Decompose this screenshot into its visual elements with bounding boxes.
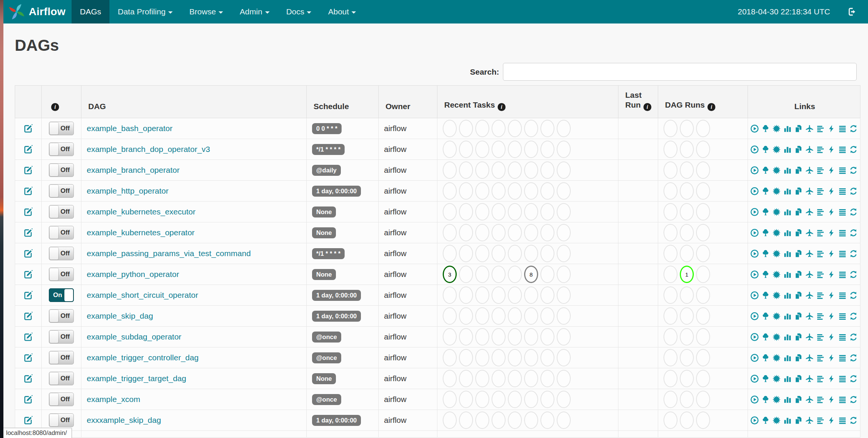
graph-view-icon[interactable] — [772, 228, 781, 237]
schedule-badge[interactable]: @once — [312, 332, 341, 343]
landing-times-icon[interactable] — [805, 166, 814, 175]
schedule-badge[interactable]: None — [312, 373, 336, 384]
task-duration-icon[interactable] — [783, 395, 792, 404]
gantt-icon[interactable] — [816, 333, 825, 341]
trigger-dag-icon[interactable] — [750, 395, 759, 404]
nav-item-docs[interactable]: Docs — [278, 0, 320, 23]
trigger-dag-icon[interactable] — [750, 354, 759, 362]
trigger-dag-icon[interactable] — [750, 249, 759, 258]
dag-pause-toggle[interactable]: Off — [49, 163, 74, 177]
graph-view-icon[interactable] — [772, 249, 781, 258]
refresh-icon[interactable] — [849, 374, 858, 383]
brand[interactable]: Airflow — [3, 0, 72, 23]
landing-times-icon[interactable] — [805, 249, 814, 258]
refresh-icon[interactable] — [849, 228, 858, 237]
trigger-dag-icon[interactable] — [750, 416, 759, 425]
gantt-icon[interactable] — [816, 374, 825, 383]
dag-link[interactable]: example_passing_params_via_test_command — [87, 249, 251, 258]
task-state-circle[interactable]: 3 — [443, 266, 457, 283]
nav-item-admin[interactable]: Admin — [231, 0, 278, 23]
dag-pause-toggle[interactable]: Off — [49, 372, 74, 385]
landing-times-icon[interactable] — [805, 354, 814, 362]
gantt-icon[interactable] — [816, 124, 825, 133]
landing-times-icon[interactable] — [805, 187, 814, 196]
dag-link[interactable]: example_http_operator — [87, 186, 169, 195]
refresh-icon[interactable] — [849, 187, 858, 196]
code-icon[interactable] — [827, 291, 836, 300]
task-tries-icon[interactable] — [794, 187, 803, 196]
code-icon[interactable] — [827, 228, 836, 237]
logs-icon[interactable] — [838, 249, 847, 258]
nav-item-browse[interactable]: Browse — [181, 0, 231, 23]
tree-view-icon[interactable] — [761, 395, 770, 404]
refresh-icon[interactable] — [849, 312, 858, 321]
code-icon[interactable] — [827, 395, 836, 404]
edit-dag-icon[interactable] — [23, 269, 33, 278]
logs-icon[interactable] — [838, 374, 847, 383]
task-duration-icon[interactable] — [783, 249, 792, 258]
task-duration-icon[interactable] — [783, 374, 792, 383]
dag-pause-toggle[interactable]: Off — [49, 247, 74, 260]
landing-times-icon[interactable] — [805, 124, 814, 133]
schedule-badge[interactable]: 1 day, 0:00:00 — [312, 186, 361, 197]
dag-pause-toggle[interactable]: Off — [49, 413, 74, 427]
edit-dag-icon[interactable] — [23, 415, 33, 424]
refresh-icon[interactable] — [849, 249, 858, 258]
schedule-badge[interactable]: 1 day, 0:00:00 — [312, 311, 361, 322]
refresh-icon[interactable] — [849, 270, 858, 279]
code-icon[interactable] — [827, 124, 836, 133]
code-icon[interactable] — [827, 416, 836, 425]
schedule-badge[interactable]: None — [312, 269, 336, 280]
edit-dag-icon[interactable] — [23, 374, 33, 382]
logs-icon[interactable] — [838, 270, 847, 279]
refresh-icon[interactable] — [849, 208, 858, 216]
task-tries-icon[interactable] — [794, 208, 803, 216]
refresh-icon[interactable] — [849, 354, 858, 362]
graph-view-icon[interactable] — [772, 124, 781, 133]
trigger-dag-icon[interactable] — [750, 374, 759, 383]
task-duration-icon[interactable] — [783, 312, 792, 321]
dag-pause-toggle[interactable]: Off — [49, 226, 74, 239]
tree-view-icon[interactable] — [761, 291, 770, 300]
graph-view-icon[interactable] — [772, 312, 781, 321]
edit-dag-icon[interactable] — [23, 249, 33, 257]
task-tries-icon[interactable] — [794, 333, 803, 341]
logs-icon[interactable] — [838, 416, 847, 425]
graph-view-icon[interactable] — [772, 395, 781, 404]
logs-icon[interactable] — [838, 312, 847, 321]
tree-view-icon[interactable] — [761, 416, 770, 425]
dag-link[interactable]: example_subdag_operator — [87, 332, 181, 341]
refresh-icon[interactable] — [849, 166, 858, 175]
trigger-dag-icon[interactable] — [750, 228, 759, 237]
code-icon[interactable] — [827, 333, 836, 341]
task-tries-icon[interactable] — [794, 124, 803, 133]
dag-link[interactable]: example_skip_dag — [87, 311, 153, 320]
schedule-badge[interactable]: None — [312, 206, 336, 217]
header-owner[interactable]: Owner — [379, 86, 437, 118]
dag-link[interactable]: example_xcom — [87, 395, 140, 404]
landing-times-icon[interactable] — [805, 291, 814, 300]
dag-pause-toggle[interactable]: Off — [49, 184, 74, 198]
dag-pause-toggle[interactable]: Off — [49, 330, 74, 344]
graph-view-icon[interactable] — [772, 187, 781, 196]
dag-link[interactable]: example_kubernetes_executor — [87, 207, 195, 216]
header-dag[interactable]: DAG — [81, 86, 307, 118]
gantt-icon[interactable] — [816, 228, 825, 237]
task-tries-icon[interactable] — [794, 145, 803, 154]
tree-view-icon[interactable] — [761, 312, 770, 321]
trigger-dag-icon[interactable] — [750, 270, 759, 279]
task-tries-icon[interactable] — [794, 166, 803, 175]
edit-dag-icon[interactable] — [23, 144, 33, 153]
tree-view-icon[interactable] — [761, 166, 770, 175]
trigger-dag-icon[interactable] — [750, 145, 759, 154]
graph-view-icon[interactable] — [772, 354, 781, 362]
trigger-dag-icon[interactable] — [750, 124, 759, 133]
search-input[interactable] — [503, 63, 857, 81]
edit-dag-icon[interactable] — [23, 207, 33, 216]
gantt-icon[interactable] — [816, 291, 825, 300]
schedule-badge[interactable]: None — [312, 227, 336, 238]
dag-link[interactable]: exxxample_skip_dag — [87, 416, 161, 424]
task-duration-icon[interactable] — [783, 208, 792, 216]
code-icon[interactable] — [827, 374, 836, 383]
code-icon[interactable] — [827, 145, 836, 154]
